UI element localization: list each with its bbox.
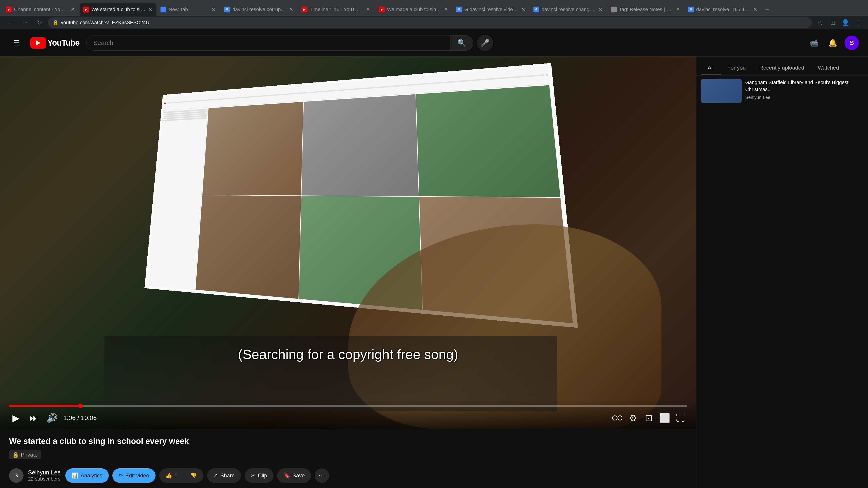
settings-button[interactable]: ⚙ — [626, 411, 640, 425]
controls-row: ▶ ⏭ 🔊 1:06 / 10:06 CC — [9, 411, 687, 425]
video-action-buttons: 📊 Analytics ✏ Edit video — [65, 468, 329, 483]
fullscreen-button[interactable]: ⛶ — [674, 411, 687, 425]
next-button[interactable]: ⏭ — [27, 411, 41, 425]
tab-we-made-club[interactable]: ▶ We made a club to sing in sc... ✕ — [375, 3, 452, 16]
like-dislike-container: 👍 0 👎 — [159, 468, 204, 483]
tab-title: We started a club to sing in s... — [91, 6, 146, 12]
captions-button[interactable]: CC — [610, 411, 624, 425]
save-label: Save — [292, 473, 305, 479]
forward-button[interactable]: → — [19, 17, 31, 29]
user-avatar[interactable]: S — [844, 36, 859, 50]
tab-davinci-18[interactable]: G davinci resolve 18.6.4 - Goo... ✕ — [684, 3, 761, 16]
youtube-logo-text: YouTube — [48, 38, 80, 48]
main-video-column: (Searching for a copyright free song) ▶ … — [0, 57, 696, 488]
more-options-button[interactable]: ⋯ — [315, 468, 329, 483]
tab-close-btn[interactable]: ✕ — [443, 6, 448, 13]
tab-for-you-label: For you — [727, 65, 746, 71]
tab-close-btn[interactable]: ✕ — [70, 6, 75, 13]
volume-button[interactable]: 🔊 — [45, 411, 59, 425]
dislike-button[interactable]: 👎 — [184, 469, 204, 482]
notifications-button[interactable]: 🔔 — [826, 36, 840, 50]
tab-close-btn[interactable]: ✕ — [675, 6, 681, 13]
tab-davinci-changelog[interactable]: G davinci resolve changelog... ✕ — [530, 3, 607, 16]
channel-name[interactable]: Seihyun Lee — [28, 469, 61, 476]
search-container: 🔍 🎤 — [86, 35, 493, 51]
menu-button[interactable]: ☰ — [9, 36, 24, 50]
clip-button[interactable]: ✂ Clip — [245, 468, 273, 483]
tab-new-tab[interactable]: New Tab ✕ — [157, 3, 220, 16]
play-button[interactable]: ▶ — [9, 411, 23, 425]
create-button[interactable]: 📹 — [807, 36, 821, 50]
save-button[interactable]: 🔖 Save — [277, 468, 311, 483]
search-button[interactable]: 🔍 — [451, 35, 473, 51]
tab-title: G davinci resolve video export... — [464, 6, 519, 12]
tab-close-btn[interactable]: ✕ — [598, 6, 603, 13]
tab-close-btn[interactable]: ✕ — [521, 6, 526, 13]
recommendations-panel: All For you Recently uploaded Watched — [696, 57, 868, 488]
search-input[interactable] — [93, 39, 444, 46]
tab-close-btn[interactable]: ✕ — [289, 6, 294, 13]
share-button[interactable]: ↗ Share — [207, 468, 241, 483]
bookmark-star-button[interactable]: ☆ — [815, 17, 826, 28]
miniplayer-button[interactable]: ⊡ — [642, 411, 655, 425]
privacy-badge: 🔒 Private — [9, 450, 41, 459]
tab-close-btn[interactable]: ✕ — [365, 6, 371, 13]
clip-label: Clip — [258, 473, 267, 479]
tab-close-btn[interactable]: ✕ — [210, 6, 217, 13]
channel-avatar[interactable]: S — [9, 468, 24, 483]
tab-current-video[interactable]: ▶ We started a club to sing in s... ✕ — [80, 3, 156, 16]
voice-search-button[interactable]: 🎤 — [477, 35, 493, 51]
rec-thumbnail — [701, 79, 742, 103]
channel-row: S Seihyun Lee 22 subscribers — [9, 468, 61, 483]
clip-icon: ✂ — [251, 473, 255, 479]
tab-timeline[interactable]: ▶ Timeline 1 16 - YouTube ✕ — [298, 3, 375, 16]
youtube-logo[interactable]: YouTube — [30, 37, 80, 48]
refresh-button[interactable]: ↻ — [33, 17, 45, 29]
tab-all[interactable]: All — [701, 61, 721, 75]
channel-actions-row: S Seihyun Lee 22 subscribers 📊 Anal — [9, 468, 687, 483]
tab-title: Channel content - YouTube • — [14, 6, 68, 12]
youtube-header: ☰ YouTube 🔍 🎤 📹 🔔 S — [0, 29, 868, 57]
tab-recently-uploaded-label: Recently uploaded — [759, 65, 804, 71]
url-text: youtube.com/watch?v=EZK6sSESC24U — [61, 20, 149, 26]
video-title-row: We started a club to sing in school ever… — [9, 436, 687, 464]
extension-puzzle-button[interactable]: ⊞ — [827, 17, 838, 28]
tab-davinci-export[interactable]: G G davinci resolve video export... ✕ — [453, 3, 529, 16]
video-frame: (Searching for a copyright free song) ▶ … — [0, 57, 696, 429]
edit-video-button[interactable]: ✏ Edit video — [112, 468, 156, 483]
address-bar[interactable]: 🔒 youtube.com/watch?v=EZK6sSESC24U — [48, 18, 812, 28]
tab-title: New Tab — [168, 6, 188, 12]
tab-close-btn[interactable]: ✕ — [148, 6, 153, 13]
new-tab-button[interactable]: ＋ — [762, 4, 773, 15]
browser-window: ▶ Channel content - YouTube • ✕ ▶ We sta… — [0, 0, 868, 488]
recommendation-item[interactable]: Gangnam Starfield Library and Seoul's Bi… — [696, 75, 868, 106]
video-player[interactable]: (Searching for a copyright free song) ▶ … — [0, 57, 696, 429]
time-separator: / — [77, 414, 81, 421]
youtube-page: ☰ YouTube 🔍 🎤 📹 🔔 S — [0, 29, 868, 488]
like-count: 0 — [175, 473, 178, 479]
tab-recently-uploaded[interactable]: Recently uploaded — [752, 61, 811, 75]
back-button[interactable]: ← — [4, 17, 16, 29]
progress-bar[interactable] — [9, 405, 687, 407]
settings-button[interactable]: ⋮ — [852, 17, 864, 28]
content-area: (Searching for a copyright free song) ▶ … — [0, 57, 868, 488]
search-bar — [86, 35, 451, 51]
tab-channel-content[interactable]: ▶ Channel content - YouTube • ✕ — [2, 3, 79, 16]
tab-davinci-corrupted[interactable]: G davinci resolve corrupted re... ✕ — [221, 3, 298, 16]
tab-watched[interactable]: Watched — [811, 61, 846, 75]
tab-title: Tag: Release Notes | DVRes... — [619, 6, 673, 12]
theater-button[interactable]: ⬜ — [658, 411, 671, 425]
profile-button[interactable]: 👤 — [840, 17, 851, 28]
tab-watched-label: Watched — [818, 65, 839, 71]
tab-title: davinci resolve 18.6.4 - Goo... — [696, 6, 750, 12]
analytics-button[interactable]: 📊 Analytics — [65, 468, 109, 483]
rec-title: Gangnam Starfield Library and Seoul's Bi… — [745, 79, 864, 93]
tab-title: Timeline 1 16 - YouTube — [310, 6, 363, 12]
tab-close-btn[interactable]: ✕ — [752, 6, 758, 13]
like-button[interactable]: 👍 0 — [159, 469, 184, 482]
tab-release-notes[interactable]: Tag: Release Notes | DVRes... ✕ — [607, 3, 684, 16]
tab-for-you[interactable]: For you — [721, 61, 752, 75]
channel-subs: 22 subscribers — [28, 476, 61, 482]
save-icon: 🔖 — [283, 473, 290, 479]
header-right: 📹 🔔 S — [807, 36, 859, 50]
